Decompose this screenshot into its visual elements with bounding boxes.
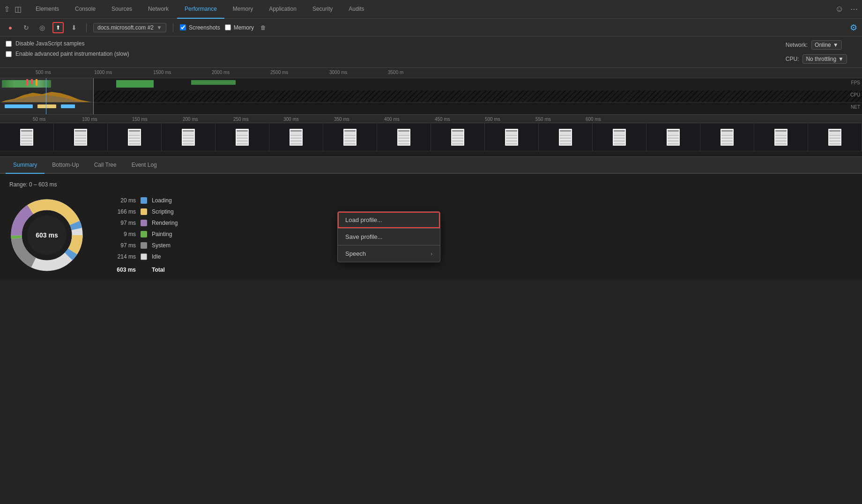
tab-sources[interactable]: Sources <box>104 0 140 19</box>
d-tick-550ms: 550 ms <box>535 117 551 122</box>
gear-icon[interactable]: ⚙ <box>850 22 857 33</box>
chevron-right-icon: › <box>431 251 432 257</box>
cpu-select[interactable]: No throttling ▼ <box>803 54 847 64</box>
download-button[interactable]: ⬇ <box>68 22 80 33</box>
trash-icon[interactable]: 🗑 <box>260 24 266 31</box>
tab-performance[interactable]: Performance <box>177 0 224 19</box>
context-menu-load-profile[interactable]: Load profile... <box>338 212 440 228</box>
enable-paint-label: Enable advanced paint instrumentation (s… <box>15 51 129 57</box>
net-track: NET <box>0 103 862 115</box>
url-badge: docs.microsoft.com #2 ▼ <box>93 23 166 32</box>
more-icon[interactable]: ⋯ <box>850 5 858 14</box>
d-tick-500ms: 500 ms <box>485 117 500 122</box>
clear-button[interactable]: ◎ <box>37 22 48 33</box>
screenshot-15 <box>754 123 808 151</box>
total-value: 603 ms <box>112 267 136 273</box>
d-tick-350ms: 350 ms <box>334 117 349 122</box>
context-menu-save-profile[interactable]: Save profile... <box>338 229 440 245</box>
painting-swatch <box>141 231 147 237</box>
net-label-track: NET <box>851 104 860 110</box>
d-tick-150ms: 150 ms <box>132 117 148 122</box>
screenshot-4 <box>162 123 216 151</box>
screenshot-3 <box>108 123 162 151</box>
enable-paint-option: Enable advanced paint instrumentation (s… <box>6 51 786 57</box>
screenshots-label: Screenshots <box>189 24 220 31</box>
tab-bottom-up[interactable]: Bottom-Up <box>45 157 86 174</box>
tick-1000ms: 1000 ms <box>94 70 112 75</box>
cpu-dropdown-icon: ▼ <box>838 56 844 62</box>
tick-3000ms: 3000 ms <box>329 70 347 75</box>
disable-js-option: Disable JavaScript samples <box>6 40 786 47</box>
upload-button[interactable]: ⬆ <box>52 22 64 33</box>
toolbar: ● ↻ ◎ ⬆ ⬇ docs.microsoft.com #2 ▼ Screen… <box>0 19 862 37</box>
cpu-label: CPU: <box>786 56 799 62</box>
tab-memory[interactable]: Memory <box>225 0 260 19</box>
screenshots-checkbox[interactable] <box>180 24 186 30</box>
tab-console[interactable]: Console <box>67 0 103 19</box>
tick-3500ms: 3500 m <box>388 70 403 75</box>
analysis-tabs: Summary Bottom-Up Call Tree Event Log <box>0 157 862 174</box>
screenshot-8 <box>377 123 431 151</box>
smiley-icon[interactable]: ☺ <box>835 4 844 14</box>
network-label: Network: <box>786 42 808 48</box>
disable-js-checkbox[interactable] <box>6 41 12 47</box>
donut-center-label: 603 ms <box>36 231 58 239</box>
legend-system: 97 ms System <box>112 242 178 249</box>
idle-name: Idle <box>152 253 161 260</box>
tab-summary[interactable]: Summary <box>6 157 45 174</box>
memory-checkbox[interactable] <box>225 24 231 30</box>
system-value: 97 ms <box>112 242 136 249</box>
d-tick-100ms: 100 ms <box>82 117 97 122</box>
tick-500ms: 500 ms <box>36 70 51 75</box>
context-menu-speech[interactable]: Speech › <box>338 245 440 262</box>
cpu-track: CPU <box>0 90 862 103</box>
screenshot-2 <box>54 123 108 151</box>
legend-rendering: 97 ms Rendering <box>112 220 178 226</box>
hatch-overlay <box>94 90 862 102</box>
screenshot-6 <box>269 123 323 151</box>
painting-value: 9 ms <box>112 231 136 237</box>
device-icon[interactable]: ◫ <box>15 5 22 14</box>
selection-region <box>0 78 94 115</box>
options-row: Disable JavaScript samples Enable advanc… <box>0 37 862 68</box>
cursor-icon[interactable]: ⇧ <box>4 5 10 14</box>
fps-label: FPS <box>851 80 860 85</box>
d-tick-50ms: 50 ms <box>33 117 45 122</box>
tab-audits[interactable]: Audits <box>341 0 372 19</box>
tab-elements[interactable]: Elements <box>28 0 67 19</box>
enable-paint-checkbox[interactable] <box>6 51 12 57</box>
timeline-overview[interactable]: 500 ms 1000 ms 1500 ms 2000 ms 2500 ms 3… <box>0 68 862 115</box>
options-left: Disable JavaScript samples Enable advanc… <box>6 40 786 57</box>
timeline-ruler: 500 ms 1000 ms 1500 ms 2000 ms 2500 ms 3… <box>0 68 862 78</box>
context-menu: Load profile... Save profile... Speech › <box>337 211 440 262</box>
tab-application[interactable]: Application <box>261 0 304 19</box>
record-button[interactable]: ● <box>5 22 16 33</box>
rendering-name: Rendering <box>152 220 178 226</box>
screenshot-10 <box>485 123 539 151</box>
tab-call-tree[interactable]: Call Tree <box>87 157 124 174</box>
screenshot-9 <box>431 123 485 151</box>
idle-value: 214 ms <box>112 253 136 260</box>
tab-event-log[interactable]: Event Log <box>124 157 164 174</box>
range-label: Range: 0 – 603 ms <box>9 181 853 188</box>
rendering-value: 97 ms <box>112 220 136 226</box>
network-dropdown-icon: ▼ <box>833 42 839 48</box>
cpu-label-track: CPU <box>850 92 860 97</box>
tab-security[interactable]: Security <box>305 0 340 19</box>
network-select[interactable]: Online ▼ <box>811 40 842 50</box>
d-tick-250ms: 250 ms <box>233 117 249 122</box>
scripting-value: 166 ms <box>112 208 136 215</box>
screenshots-checkbox-group: Screenshots <box>180 24 220 31</box>
d-tick-450ms: 450 ms <box>435 117 450 122</box>
d-tick-200ms: 200 ms <box>183 117 198 122</box>
network-throttle-row: Network: Online ▼ <box>786 40 847 50</box>
tab-network[interactable]: Network <box>141 0 176 19</box>
tick-2000ms: 2000 ms <box>212 70 230 75</box>
tick-1500ms: 1500 ms <box>153 70 171 75</box>
legend-painting: 9 ms Painting <box>112 231 178 237</box>
reload-button[interactable]: ↻ <box>21 22 32 33</box>
detail-timeline[interactable]: 50 ms 100 ms 150 ms 200 ms 250 ms 300 ms… <box>0 115 862 157</box>
memory-checkbox-group: Memory <box>225 24 254 31</box>
url-dropdown-icon[interactable]: ▼ <box>156 24 162 31</box>
nav-right: ☺ ⋯ <box>835 4 858 14</box>
